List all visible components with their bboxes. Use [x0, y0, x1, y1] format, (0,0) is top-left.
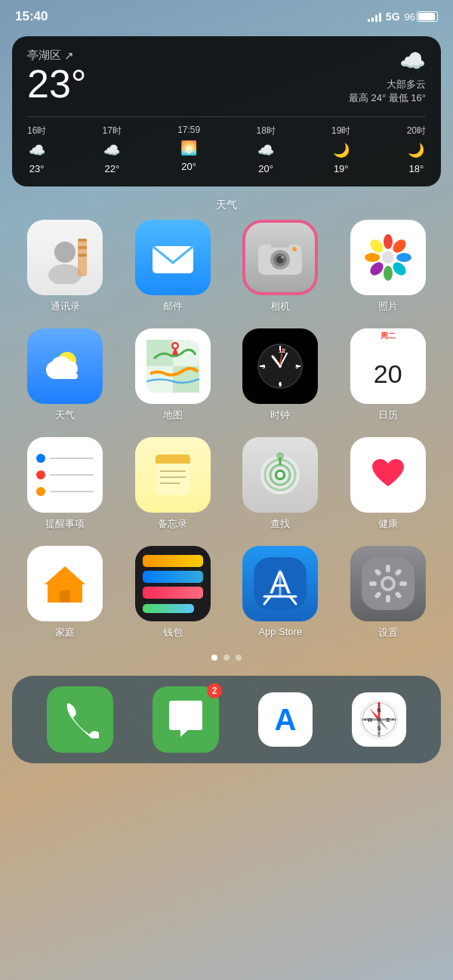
app-grid: 通讯录 邮件 相机: [0, 220, 453, 639]
svg-rect-78: [399, 581, 407, 586]
svg-rect-4: [78, 246, 87, 249]
svg-point-13: [292, 247, 297, 251]
app-item-photos[interactable]: 照片: [338, 220, 439, 313]
contacts-label: 通讯录: [51, 300, 80, 313]
dock-item-dict[interactable]: A: [258, 692, 313, 747]
dock-item-safari[interactable]: N S W E: [352, 692, 406, 747]
dot-2[interactable]: [236, 655, 242, 661]
dock-item-phone[interactable]: [47, 686, 113, 753]
app-item-calendar[interactable]: 周二 20 日历: [338, 328, 439, 422]
svg-point-20: [390, 237, 408, 255]
app-item-findmy[interactable]: 查找: [230, 437, 331, 531]
maps-icon: [135, 328, 211, 404]
svg-text:A: A: [275, 703, 297, 736]
phone-icon: [47, 686, 113, 753]
signal-icon: [368, 11, 381, 22]
dot-0[interactable]: [211, 655, 217, 661]
status-right: 5G 96: [368, 11, 438, 23]
app-item-appstore[interactable]: A App Store: [230, 546, 331, 639]
weather-temp: 23°: [27, 63, 87, 106]
settings-label: 设置: [378, 626, 398, 639]
svg-rect-29: [146, 340, 173, 366]
app-item-weather[interactable]: 天气: [15, 328, 116, 422]
dock: 2 A: [12, 676, 441, 763]
weather-app-icon: [27, 328, 103, 404]
cloud-icon: ☁️: [349, 48, 426, 73]
svg-rect-2: [78, 239, 87, 276]
health-icon: [350, 437, 426, 513]
location-arrow-icon: ↗: [64, 49, 74, 63]
svg-rect-77: [369, 581, 377, 586]
home-app-icon: [27, 546, 103, 621]
app-item-contacts[interactable]: 通讯录: [15, 220, 116, 313]
network-type: 5G: [386, 11, 400, 23]
wallet-icon: [135, 546, 211, 621]
svg-rect-50: [156, 461, 190, 464]
app-item-wallet[interactable]: 钱包: [123, 546, 223, 639]
svg-text:S: S: [378, 726, 381, 731]
svg-point-19: [368, 237, 386, 255]
svg-text:3: 3: [295, 363, 299, 370]
hour-item-1: 17时 ☁️ 22°: [103, 125, 122, 174]
mail-icon: [135, 220, 211, 295]
svg-text:6: 6: [279, 381, 282, 387]
appstore-label: App Store: [258, 626, 302, 637]
app-item-notes[interactable]: 备忘录: [123, 437, 223, 531]
dot-1[interactable]: [223, 655, 230, 661]
settings-icon: [350, 546, 426, 621]
app-item-camera[interactable]: 相机: [230, 220, 331, 313]
weather-widget[interactable]: 亭湖区 ↗ 23° ☁️ 大部多云 最高 24° 最低 16° 16时 ☁️ 2…: [12, 36, 441, 186]
time-display: 15:40: [15, 9, 48, 24]
svg-point-18: [396, 253, 411, 262]
weather-right: ☁️ 大部多云 最高 24° 最低 16°: [349, 48, 426, 105]
svg-point-98: [378, 718, 381, 722]
battery-indicator: 96: [405, 11, 438, 23]
reminders-label: 提醒事项: [45, 517, 85, 531]
svg-rect-5: [78, 254, 87, 257]
svg-rect-76: [386, 595, 390, 602]
weather-desc: 大部多云 最高 24° 最低 16°: [349, 78, 426, 105]
weather-app-label: 天气: [55, 408, 75, 422]
app-item-health[interactable]: 健康: [338, 437, 439, 531]
findmy-label: 查找: [270, 517, 290, 531]
camera-icon: [242, 220, 318, 295]
weather-hourly: 16时 ☁️ 23° 17时 ☁️ 22° 17:59 🌅 20° 18时 ☁️…: [27, 116, 426, 174]
app-item-home[interactable]: 家庭: [15, 546, 116, 639]
weather-location: 亭湖区 ↗: [27, 48, 87, 63]
svg-point-15: [384, 234, 393, 249]
home-label: 家庭: [55, 626, 75, 639]
appstore-icon: A: [242, 546, 318, 621]
dock-item-messages[interactable]: 2: [153, 686, 219, 753]
svg-point-21: [368, 260, 386, 278]
svg-text:W: W: [368, 717, 373, 723]
notes-icon: [135, 437, 211, 513]
svg-rect-65: [60, 590, 70, 602]
svg-rect-3: [78, 239, 87, 242]
reminders-icon: [27, 437, 103, 513]
app-item-reminders[interactable]: 提醒事项: [15, 437, 116, 531]
widget-label: 天气: [0, 199, 453, 212]
hour-item-4: 19时 🌙 19°: [331, 125, 350, 174]
page-indicator: [0, 655, 453, 661]
svg-point-14: [382, 251, 394, 263]
battery-fill: [418, 13, 435, 20]
weather-top: 亭湖区 ↗ 23° ☁️ 大部多云 最高 24° 最低 16°: [27, 48, 426, 106]
svg-point-58: [277, 472, 283, 478]
svg-point-0: [54, 242, 76, 263]
svg-point-74: [384, 579, 393, 588]
health-label: 健康: [378, 517, 398, 531]
svg-point-12: [281, 256, 284, 259]
hour-item-3: 18时 ☁️ 20°: [256, 125, 275, 174]
mail-label: 邮件: [163, 300, 183, 313]
status-bar: 15:40 5G 96: [0, 0, 453, 30]
calendar-icon: 周二 20: [350, 328, 426, 404]
app-item-mail[interactable]: 邮件: [123, 220, 223, 313]
svg-point-22: [390, 260, 408, 278]
svg-rect-27: [54, 373, 78, 379]
svg-text:9: 9: [262, 363, 266, 370]
contacts-icon: [27, 220, 103, 295]
app-item-clock[interactable]: 12 3 6 9 时钟: [230, 328, 331, 422]
app-item-settings[interactable]: 设置: [338, 546, 439, 639]
app-item-maps[interactable]: 地图: [123, 328, 223, 422]
weather-left: 亭湖区 ↗ 23°: [27, 48, 87, 106]
